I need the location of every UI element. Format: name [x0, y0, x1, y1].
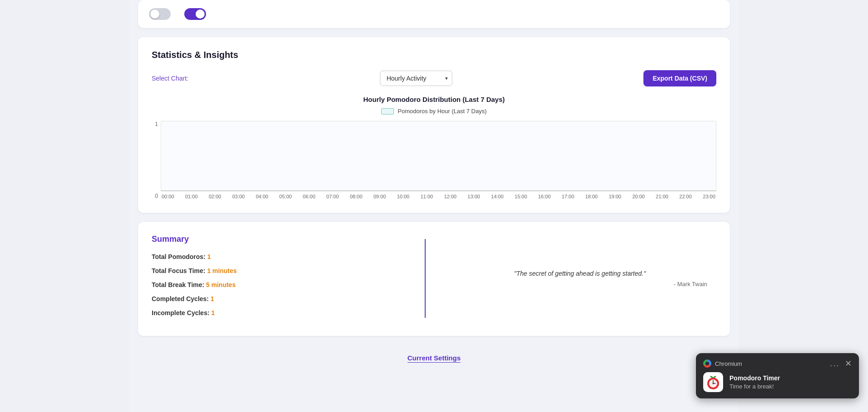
summary-divider [425, 239, 426, 318]
x-label-6: 06:00 [303, 194, 316, 199]
x-label-14: 14:00 [491, 194, 504, 199]
x-label-11: 11:00 [421, 194, 433, 199]
toast-more-options-icon[interactable]: ... [830, 359, 839, 368]
toast-header: Chromium ... ✕ [703, 359, 852, 368]
summary-title: Summary [152, 235, 407, 244]
summary-left: Summary Total Pomodoros: 1 Total Focus T… [152, 235, 407, 322]
summary-item-break: Total Break Time: 5 minutes [152, 280, 407, 290]
toast-close-icon[interactable]: ✕ [845, 359, 852, 368]
x-label-22: 22:00 [679, 194, 692, 199]
x-label-12: 12:00 [444, 194, 457, 199]
x-label-10: 10:00 [397, 194, 410, 199]
y-label-0: 0 [152, 193, 158, 199]
chart-area: 1 0 00:00 01:00 02:00 03:00 04:00 [152, 121, 716, 199]
x-label-20: 20:00 [632, 194, 645, 199]
total-break-value: 5 minutes [206, 281, 235, 288]
legend-label: Pomodoros by Hour (Last 7 Days) [398, 108, 487, 115]
x-label-21: 21:00 [656, 194, 668, 199]
toast-notification-title: Pomodoro Timer [729, 374, 780, 382]
summary-item-completed: Completed Cycles: 1 [152, 294, 407, 304]
x-label-16: 16:00 [538, 194, 551, 199]
toast-body: Pomodoro Timer Time for a break! [703, 372, 852, 392]
stats-card: Statistics & Insights Select Chart: Hour… [138, 37, 730, 213]
y-axis: 1 0 [152, 121, 161, 199]
left-sidebar [0, 0, 129, 412]
current-settings-link[interactable]: Current Settings [408, 354, 461, 363]
total-focus-label: Total Focus Time: [152, 267, 207, 274]
chart-legend: Pomodoros by Hour (Last 7 Days) [152, 108, 716, 115]
toast-notification-body: Time for a break! [729, 383, 780, 390]
x-label-7: 07:00 [326, 194, 339, 199]
chart-bar-area [161, 121, 716, 191]
incomplete-cycles-value: 1 [211, 309, 215, 316]
summary-item-incomplete: Incomplete Cycles: 1 [152, 308, 407, 318]
chart-controls: Select Chart: Hourly Activity Daily Acti… [152, 70, 716, 86]
quote-text: "The secret of getting ahead is getting … [514, 270, 646, 277]
pomodoro-svg-icon [705, 374, 722, 391]
x-label-17: 17:00 [561, 194, 574, 199]
chromium-icon-inner [705, 362, 709, 365]
x-label-5: 05:00 [279, 194, 292, 199]
chart-body: 00:00 01:00 02:00 03:00 04:00 05:00 06:0… [161, 121, 716, 199]
page-wrapper: Statistics & Insights Select Chart: Hour… [0, 0, 868, 412]
x-label-23: 23:00 [703, 194, 715, 199]
total-pomodoros-label: Total Pomodoros: [152, 253, 207, 260]
legend-color-box [381, 108, 394, 115]
toggle-card [138, 0, 730, 28]
summary-item-pomodoros: Total Pomodoros: 1 [152, 252, 407, 262]
chart-dropdown-wrapper[interactable]: Hourly Activity Daily Activity Weekly Ac… [380, 71, 452, 86]
x-label-18: 18:00 [585, 194, 598, 199]
select-chart-label: Select Chart: [152, 75, 188, 82]
x-label-2: 02:00 [209, 194, 221, 199]
toast-text: Pomodoro Timer Time for a break! [729, 374, 780, 390]
x-label-3: 03:00 [232, 194, 245, 199]
total-pomodoros-value: 1 [207, 253, 211, 260]
x-label-1: 01:00 [185, 194, 198, 199]
completed-cycles-label: Completed Cycles: [152, 295, 211, 302]
toast-header-left: Chromium [703, 359, 742, 368]
x-label-13: 13:00 [468, 194, 480, 199]
x-label-4: 04:00 [256, 194, 269, 199]
quote-author: - Mark Twain [453, 281, 708, 287]
toast-pomodoro-icon [703, 372, 723, 392]
x-label-19: 19:00 [609, 194, 621, 199]
toggle-2[interactable] [184, 8, 206, 20]
main-content: Statistics & Insights Select Chart: Hour… [129, 0, 739, 412]
summary-item-focus: Total Focus Time: 1 minutes [152, 266, 407, 276]
total-focus-value: 1 minutes [207, 267, 236, 274]
notification-toast: Chromium ... ✕ Pomodoro Timer Time fo [696, 353, 859, 398]
x-label-9: 09:00 [374, 194, 386, 199]
y-label-1: 1 [152, 121, 158, 127]
x-label-8: 08:00 [350, 194, 363, 199]
x-label-15: 15:00 [515, 194, 528, 199]
x-label-0: 00:00 [162, 194, 174, 199]
chromium-browser-icon [703, 359, 711, 368]
export-csv-button[interactable]: Export Data (CSV) [643, 70, 716, 86]
incomplete-cycles-label: Incomplete Cycles: [152, 309, 211, 316]
summary-card: Summary Total Pomodoros: 1 Total Focus T… [138, 222, 730, 336]
toast-actions: ... ✕ [830, 359, 852, 368]
completed-cycles-value: 1 [211, 295, 214, 302]
current-settings-row: Current Settings [129, 345, 739, 371]
toggle-1[interactable] [149, 8, 171, 20]
toggle-1-thumb [150, 10, 159, 19]
summary-right: "The secret of getting ahead is getting … [444, 235, 717, 322]
toast-app-name: Chromium [715, 360, 742, 367]
chart-select[interactable]: Hourly Activity Daily Activity Weekly Ac… [380, 71, 452, 86]
toggle-2-thumb [196, 10, 205, 19]
chart-title: Hourly Pomodoro Distribution (Last 7 Day… [152, 96, 716, 103]
total-break-label: Total Break Time: [152, 281, 206, 288]
stats-title: Statistics & Insights [152, 50, 716, 60]
x-axis-labels: 00:00 01:00 02:00 03:00 04:00 05:00 06:0… [161, 194, 716, 199]
right-sidebar [739, 0, 868, 412]
